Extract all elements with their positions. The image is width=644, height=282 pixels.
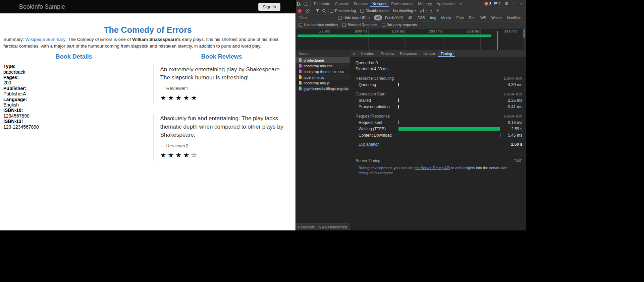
filter-input[interactable] <box>299 16 335 20</box>
disable-cache-checkbox[interactable]: Disable cache <box>360 9 389 13</box>
tab-elements[interactable]: Elements <box>312 0 332 7</box>
more-tabs-icon[interactable]: » <box>458 1 464 6</box>
filter-chip-media[interactable]: Media <box>439 15 453 20</box>
detail-tab-preview[interactable]: Preview <box>378 50 397 57</box>
timing-row-track <box>398 127 504 131</box>
import-har-icon[interactable] <box>428 8 434 13</box>
tab-performance[interactable]: Performance <box>389 0 416 7</box>
search-icon[interactable] <box>321 8 327 13</box>
network-conditions-icon[interactable] <box>419 8 425 13</box>
record-button[interactable] <box>298 9 302 13</box>
timing-row-track <box>398 121 504 124</box>
filter-chip-doc[interactable]: Doc <box>467 15 477 20</box>
device-toolbar-icon[interactable] <box>303 1 309 6</box>
filter-chip-css[interactable]: CSS <box>416 15 427 20</box>
clear-icon[interactable] <box>306 9 310 13</box>
close-detail-icon[interactable]: × <box>350 51 358 56</box>
toolbar-separator <box>310 1 311 6</box>
filter-chip-other[interactable]: Other <box>524 15 526 20</box>
export-har-icon[interactable] <box>434 8 441 13</box>
server-timing-api-link[interactable]: the Server Timing API <box>415 166 450 170</box>
timeline-label: 3000 ms <box>492 29 517 33</box>
request-name: bootstrap.min.js <box>304 81 330 85</box>
detail-tab-timing[interactable]: Timing <box>438 50 454 57</box>
network-toolbar: Preserve log Disable cache No throttling… <box>296 7 526 14</box>
toolbar-separator <box>426 9 427 13</box>
timing-row-proxy-negotiation: Proxy negotiation0.41 ms <box>356 103 522 110</box>
tab-console[interactable]: Console <box>332 0 351 7</box>
throttling-value: No throttling <box>393 9 413 13</box>
wikipedia-summary-link[interactable]: Wikipedia Summary <box>25 37 65 42</box>
table-row-jquery-min-js[interactable]: jquery.min.js <box>296 74 350 80</box>
rating-stars: ★★★★☆ <box>160 151 292 159</box>
detail-tab-initiator[interactable]: Initiator <box>420 50 438 57</box>
detail-label: ISBN-13: <box>3 119 148 124</box>
detail-value: paperback <box>3 69 148 75</box>
error-count-badge[interactable]: ✕3 <box>484 2 491 6</box>
book-summary: Summary: Wikipedia Summary: The Comedy o… <box>3 36 292 49</box>
duration-header: DURATION <box>504 77 522 80</box>
preserve-log-checkbox[interactable]: Preserve log <box>330 9 356 13</box>
table-row-bootstrap-theme-min-css[interactable]: bootstrap-theme.min.css <box>296 69 350 74</box>
name-column-header[interactable]: Name <box>296 50 350 57</box>
filter-chip-fetch-xhr[interactable]: Fetch/XHR <box>383 15 405 20</box>
timing-row-request-sent: Request sent0.13 ms <box>356 119 522 126</box>
detail-value: 200 <box>3 80 148 85</box>
detail-tab-response[interactable]: Response <box>397 50 420 57</box>
waterfall-tick <box>398 83 399 86</box>
table-row-productpage[interactable]: productpage <box>296 57 350 63</box>
book-reviews-column: Book Reviews An extremely entertaining p… <box>148 49 296 161</box>
review-author: — Reviewer1 <box>160 86 292 91</box>
explanation-link[interactable]: Explanation <box>359 142 380 147</box>
hide-data-urls-checkbox[interactable]: Hide data URLs <box>338 16 370 20</box>
network-summary-bar: 6 requests 5.4 kB transferred <box>296 223 350 230</box>
menu-kebab-icon[interactable]: ⋮ <box>511 1 517 6</box>
tab-application[interactable]: Application <box>434 0 458 7</box>
timing-section-header: Request/ResponseDURATION <box>356 113 522 119</box>
filter-chip-font[interactable]: Font <box>454 15 466 20</box>
throttling-dropdown[interactable]: No throttling▾ <box>393 9 416 13</box>
domcontentloaded-line <box>497 31 498 50</box>
request-name: glyphicons-halflings-regular.... <box>304 87 350 91</box>
filter-chip-js[interactable]: JS <box>406 15 415 20</box>
filter-chip-wasm[interactable]: Wasm <box>489 15 504 20</box>
filter-chip-all[interactable]: All <box>374 15 382 20</box>
settings-gear-icon[interactable]: ⚙ <box>503 1 510 6</box>
toolbar-right: ✕3 1 ⚙ ⋮ × <box>484 1 526 6</box>
tab-sources[interactable]: Sources <box>351 0 370 7</box>
filter-chip-ws[interactable]: WS <box>478 15 488 20</box>
request-type-chips: AllFetch/XHRJSCSSImgMediaFontDocWSWasmMa… <box>374 15 526 20</box>
tab-network[interactable]: Network <box>370 0 389 7</box>
timing-sections: Resource SchedulingDURATIONQueueing4.39 … <box>356 75 522 138</box>
tab-memory[interactable]: Memory <box>416 0 434 7</box>
filter-chip-img[interactable]: Img <box>428 15 438 20</box>
inspect-icon[interactable] <box>296 1 303 6</box>
close-devtools-icon[interactable]: × <box>518 1 525 6</box>
detail-tab-bar: × HeadersPreviewResponseInitiatorTiming <box>350 50 526 57</box>
detail-value: English <box>3 102 148 108</box>
summary-separator <box>317 225 317 229</box>
filter-chip-manifest[interactable]: Manifest <box>505 15 523 20</box>
sign-in-button[interactable]: Sign in <box>258 3 280 11</box>
timing-row-track <box>398 83 504 86</box>
timing-row-content-download: Content Download5.45 ms <box>356 132 522 138</box>
timing-row-track <box>398 98 504 102</box>
blocked-requests-checkbox[interactable]: Blocked Requests <box>342 23 377 27</box>
review-text: An extremely entertaining play by Shakes… <box>160 66 284 82</box>
3rd-party-requests-checkbox[interactable]: 3rd-party requests <box>382 23 417 27</box>
issues-badge[interactable]: 1 <box>494 2 501 6</box>
hide-data-urls-label: Hide data URLs <box>343 16 370 20</box>
scrollbar-thumb[interactable] <box>523 29 525 38</box>
table-row-bootstrap-min-js[interactable]: bootstrap.min.js <box>296 80 350 86</box>
detail-tab-headers[interactable]: Headers <box>358 50 378 57</box>
timing-section-title: Resource Scheduling <box>356 76 394 81</box>
overview-scrollbar[interactable] <box>523 28 526 50</box>
filter-funnel-icon[interactable] <box>314 8 321 13</box>
timing-section-title: Connection Start <box>356 92 385 96</box>
css-file-icon <box>299 64 304 68</box>
table-row-glyphicons-halflings-regular[interactable]: glyphicons-halflings-regular.... <box>296 86 350 91</box>
timeline-label: 1000 ms <box>342 29 367 33</box>
table-row-bootstrap-min-css[interactable]: bootstrap.min.css <box>296 63 350 69</box>
started-at: Started at 4.39 ms <box>356 66 522 72</box>
has-blocked-cookies-checkbox[interactable]: Has blocked cookies <box>299 23 338 27</box>
